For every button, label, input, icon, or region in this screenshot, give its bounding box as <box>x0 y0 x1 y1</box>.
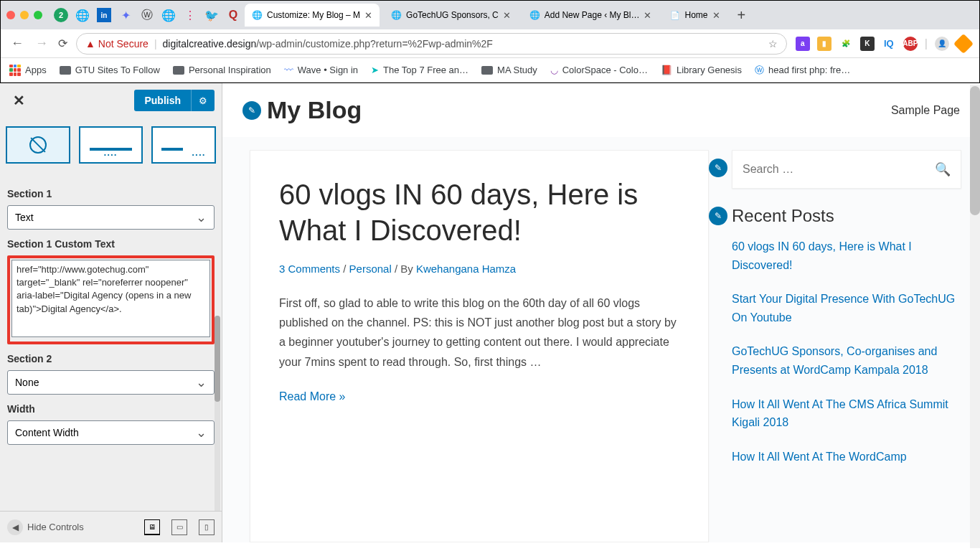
post-meta: 3 Comments / Personal / By Kwehangana Ha… <box>279 263 679 275</box>
close-tab-icon[interactable]: ✕ <box>712 10 720 21</box>
publish-settings-button[interactable]: ⚙ <box>191 90 215 111</box>
search-icon[interactable]: 🔍 <box>935 161 951 177</box>
post-title[interactable]: 60 vlogs IN 60 days, Here is What I Disc… <box>279 176 679 248</box>
width-select[interactable]: Content Width <box>7 420 215 445</box>
extension-icon[interactable]: 🧩 <box>839 37 853 51</box>
not-secure-label: Not Secure <box>98 38 149 50</box>
bookmark-label: The Top 7 Free an… <box>383 65 468 75</box>
section1-select[interactable]: Text <box>7 205 215 230</box>
bookmark-item[interactable]: ⓦhead first php: fre… <box>755 64 850 77</box>
extension-icon[interactable]: a <box>796 37 810 51</box>
site-icon: ➤ <box>371 65 379 75</box>
apps-label: Apps <box>25 65 47 75</box>
close-tab-icon[interactable]: ✕ <box>644 10 651 21</box>
bookmark-item[interactable]: GTU Sites To Follow <box>60 65 160 75</box>
bookmark-item[interactable]: Personal Inspiration <box>173 65 271 75</box>
publish-button[interactable]: Publish <box>134 90 191 111</box>
tab-title: Home <box>684 10 707 20</box>
pinned-tab-icon[interactable]: ✦ <box>118 8 133 22</box>
browser-tab[interactable]: 🌐 Customize: My Blog – M ✕ <box>245 4 380 27</box>
custom-text-highlight <box>7 255 215 344</box>
close-tab-icon[interactable]: ✕ <box>364 10 372 21</box>
new-tab-button[interactable]: + <box>732 7 752 24</box>
tablet-preview-button[interactable]: ▭ <box>171 519 187 535</box>
edit-shortcut-icon[interactable]: ✎ <box>709 207 727 225</box>
layout-option-split[interactable]: •••• <box>151 126 216 164</box>
favicon: 📄 <box>670 11 680 20</box>
maximize-window-icon[interactable] <box>34 11 42 19</box>
page-scrollbar[interactable] <box>970 85 980 548</box>
close-tab-icon[interactable]: ✕ <box>503 10 511 21</box>
bookmark-item[interactable]: ◡ColorSpace - Colo… <box>550 65 648 75</box>
url-text: digitalcreative.design/wp-admin/customiz… <box>163 38 493 50</box>
author-link[interactable]: Kwehangana Hamza <box>416 263 516 275</box>
edit-shortcut-icon[interactable]: ✎ <box>709 159 727 177</box>
hide-controls-label: Hide Controls <box>27 522 84 532</box>
bookmark-item[interactable]: ➤The Top 7 Free an… <box>371 65 468 75</box>
pinned-tab-icon[interactable]: Q <box>226 8 240 22</box>
bookmark-star-icon[interactable]: ☆ <box>768 38 778 50</box>
section2-select[interactable]: None <box>7 370 215 395</box>
extension-icon[interactable] <box>953 33 974 53</box>
bookmark-label: Library Genesis <box>677 65 742 75</box>
category-link[interactable]: Personal <box>349 263 392 275</box>
extension-icon[interactable]: IQ <box>882 37 896 51</box>
apps-button[interactable]: Apps <box>9 65 47 76</box>
adblock-icon[interactable]: ABP <box>903 37 918 51</box>
profile-icon[interactable]: 👤 <box>935 37 949 51</box>
browser-tab[interactable]: 📄 Home ✕ <box>663 4 727 27</box>
read-more-link[interactable]: Read More » <box>279 390 346 402</box>
bookmark-item[interactable]: 📕Library Genesis <box>661 65 742 75</box>
comments-link[interactable]: 3 Comments <box>279 263 340 275</box>
pinned-tab-icon[interactable]: 2 <box>54 8 68 22</box>
extension-icon[interactable]: ▮ <box>817 37 831 51</box>
site-title[interactable]: My Blog <box>267 96 362 124</box>
pinned-tab-icon[interactable]: ⋮ <box>183 8 197 22</box>
bookmark-label: GTU Sites To Follow <box>75 65 160 75</box>
panel-scrollbar[interactable] <box>215 316 220 511</box>
custom-text-input[interactable] <box>11 260 210 337</box>
minimize-window-icon[interactable] <box>20 11 29 19</box>
back-button[interactable]: ← <box>9 36 25 51</box>
pinned-tab-icon[interactable]: 🌐 <box>75 8 90 22</box>
hide-controls-button[interactable]: ◀ Hide Controls <box>7 519 84 535</box>
browser-tab[interactable]: 🌐 Add New Page ‹ My Bl… ✕ <box>522 4 659 27</box>
custom-text-label: Section 1 Custom Text <box>7 238 215 250</box>
layout-option-center[interactable]: •••• <box>79 126 143 164</box>
layout-option-none[interactable] <box>6 126 70 164</box>
bookmark-label: head first php: fre… <box>768 65 850 75</box>
customizer-header: ✕ Publish ⚙ <box>0 83 222 118</box>
by-separator: / By <box>395 263 416 275</box>
pinned-tab-icon[interactable]: in <box>97 8 111 22</box>
recent-post-link[interactable]: How It All Went At The WordCamp <box>732 451 907 463</box>
bookmark-item[interactable]: 〰Wave • Sign in <box>284 65 358 75</box>
extension-icon[interactable]: K <box>860 37 875 51</box>
section2-label: Section 2 <box>7 353 215 364</box>
forward-button[interactable]: → <box>34 36 50 51</box>
nav-link-sample-page[interactable]: Sample Page <box>891 104 960 117</box>
site-header: ✎ My Blog Sample Page <box>222 83 980 137</box>
search-input[interactable] <box>743 163 935 176</box>
recent-post-link[interactable]: Start Your Digital Presence With GoTechU… <box>732 293 955 324</box>
close-customizer-button[interactable]: ✕ <box>7 89 31 112</box>
bookmark-label: ColorSpace - Colo… <box>562 65 648 75</box>
address-bar[interactable]: ▲Not Secure | digitalcreative.design/wp-… <box>76 33 787 55</box>
reload-button[interactable]: ⟳ <box>58 37 67 50</box>
pinned-tab-icon[interactable]: 🐦 <box>204 8 219 22</box>
recent-post-link[interactable]: GoTechUG Sponsors, Co-organises and Pres… <box>732 345 937 376</box>
edit-shortcut-icon[interactable]: ✎ <box>242 101 261 120</box>
folder-icon <box>173 66 184 75</box>
list-item: How It All Went At The CMS Africa Summit… <box>732 395 961 432</box>
pinned-tab-icon[interactable]: 🌐 <box>161 8 176 22</box>
close-window-icon[interactable] <box>6 11 15 19</box>
recent-post-link[interactable]: 60 vlogs IN 60 days, Here is What I Disc… <box>732 240 912 271</box>
bookmark-item[interactable]: MA Study <box>481 65 537 75</box>
pinned-tab-icon[interactable]: ⓦ <box>140 8 154 22</box>
mobile-preview-button[interactable]: ▯ <box>199 519 215 535</box>
browser-tab[interactable]: 🌐 GoTechUG Sponsors, C ✕ <box>384 4 518 27</box>
desktop-preview-button[interactable]: 🖥 <box>144 519 160 535</box>
tab-title: Customize: My Blog – M <box>267 10 360 20</box>
search-widget: 🔍 <box>732 150 961 189</box>
recent-post-link[interactable]: How It All Went At The CMS Africa Summit… <box>732 398 948 429</box>
recent-posts-list: 60 vlogs IN 60 days, Here is What I Disc… <box>732 237 961 466</box>
